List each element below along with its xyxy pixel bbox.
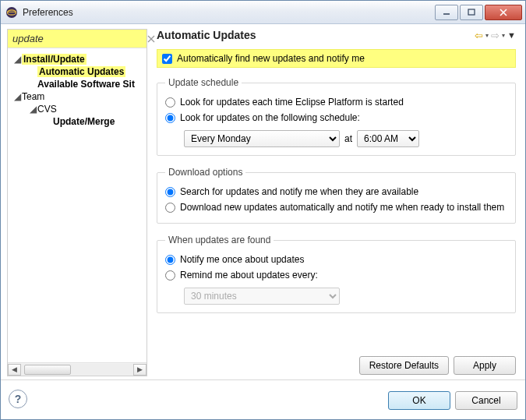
dialog-footer: ? OK Cancel [1, 379, 525, 419]
svg-rect-2 [8, 11, 16, 12]
schedule-on-startup-radio[interactable] [165, 97, 175, 108]
updates-found-group: When updates are found Notify me once ab… [157, 235, 516, 313]
tree-install-update[interactable]: ◢Install/Update [9, 53, 145, 65]
page-toolbar: ⇦▾ ⇨▾ ▼ [475, 30, 516, 41]
titlebar[interactable]: Preferences [1, 1, 525, 24]
tree-cvs[interactable]: ◢CVS [9, 103, 145, 115]
schedule-on-startup-row: Look for updates each time Eclipse Platf… [165, 94, 507, 110]
enable-auto-update-checkbox[interactable] [162, 54, 172, 64]
download-notify-label: Search for updates and notify me when th… [180, 186, 418, 197]
expand-icon[interactable]: ◢ [12, 91, 22, 102]
preferences-tree[interactable]: ◢Install/Update ◢Automatic Updates ◢Avai… [8, 48, 147, 362]
view-menu-icon[interactable]: ▼ [507, 30, 516, 40]
maximize-button[interactable] [460, 5, 483, 20]
forward-icon: ⇨ [491, 30, 500, 41]
tree-available-software[interactable]: ◢Available Software Sit [9, 78, 145, 90]
eclipse-icon [5, 6, 18, 19]
download-auto-row: Download new updates automatically and n… [165, 199, 507, 215]
svg-rect-4 [468, 9, 475, 15]
expand-icon[interactable]: ◢ [28, 104, 37, 115]
tree-team[interactable]: ◢Team [9, 90, 145, 103]
page-button-row: Restore Defaults Apply [157, 351, 516, 376]
forward-dropdown-icon[interactable]: ▾ [502, 32, 505, 39]
schedule-day-select[interactable]: Every Monday [184, 130, 340, 147]
download-auto-label: Download new updates automatically and n… [180, 202, 504, 213]
window-buttons [433, 5, 522, 20]
notify-once-label: Notify me once about updates [180, 254, 304, 265]
download-options-group: Download options Search for updates and … [157, 167, 516, 224]
remind-interval-select: 30 minutes [184, 288, 340, 305]
enable-auto-update-row: Automatically find new updates and notif… [157, 49, 516, 68]
page-title: Automatic Updates [157, 29, 475, 41]
schedule-at-label: at [344, 133, 352, 144]
expand-icon[interactable]: ◢ [12, 54, 22, 65]
notify-once-radio[interactable] [165, 255, 175, 265]
ok-button[interactable]: OK [388, 391, 450, 410]
schedule-custom-label: Look for updates on the following schedu… [180, 112, 360, 123]
download-options-legend: Download options [165, 167, 245, 178]
scroll-right-button[interactable]: ▶ [133, 364, 147, 376]
schedule-picker-row: Every Monday at 6:00 AM [165, 125, 507, 147]
remind-every-label: Remind me about updates every: [180, 270, 318, 281]
close-button[interactable] [485, 5, 522, 20]
enable-auto-update-label: Automatically find new updates and notif… [177, 53, 365, 64]
back-icon[interactable]: ⇦ [475, 30, 483, 41]
preferences-window: Preferences ◢Install/Update ◢Automatic U… [0, 0, 526, 420]
window-title: Preferences [23, 7, 433, 18]
horizontal-scrollbar[interactable]: ◀ ▶ [8, 362, 147, 376]
download-notify-row: Search for updates and notify me when th… [165, 184, 507, 199]
schedule-custom-radio[interactable] [165, 113, 175, 123]
schedule-custom-row: Look for updates on the following schedu… [165, 110, 507, 125]
cancel-button[interactable]: Cancel [455, 391, 517, 410]
schedule-on-startup-label: Look for updates each time Eclipse Platf… [180, 97, 404, 108]
right-panel: Automatic Updates ⇦▾ ⇨▾ ▼ Automatically … [152, 29, 519, 376]
tree-automatic-updates[interactable]: ◢Automatic Updates [9, 65, 145, 78]
download-auto-radio[interactable] [165, 203, 175, 213]
scroll-track[interactable] [21, 364, 133, 376]
scroll-thumb[interactable] [24, 365, 71, 375]
dialog-body: ◢Install/Update ◢Automatic Updates ◢Avai… [1, 24, 525, 419]
left-panel: ◢Install/Update ◢Automatic Updates ◢Avai… [7, 29, 147, 376]
remind-interval-row: 30 minutes [165, 283, 507, 305]
remind-every-radio[interactable] [165, 270, 175, 281]
tree-update-merge[interactable]: ◢Update/Merge [9, 115, 145, 128]
apply-button[interactable]: Apply [454, 356, 516, 375]
update-schedule-legend: Update schedule [165, 77, 242, 88]
minimize-button[interactable] [435, 5, 458, 20]
remind-every-row: Remind me about updates every: [165, 267, 507, 283]
restore-defaults-button[interactable]: Restore Defaults [359, 356, 449, 375]
help-button[interactable]: ? [9, 390, 27, 408]
updates-found-legend: When updates are found [165, 235, 274, 245]
schedule-time-select[interactable]: 6:00 AM [357, 130, 419, 147]
filter-input[interactable] [11, 31, 146, 46]
update-schedule-group: Update schedule Look for updates each ti… [157, 77, 516, 156]
notify-once-row: Notify me once about updates [165, 252, 507, 267]
page-header: Automatic Updates ⇦▾ ⇨▾ ▼ [157, 29, 516, 41]
back-dropdown-icon[interactable]: ▾ [485, 32, 489, 39]
scroll-left-button[interactable]: ◀ [8, 364, 21, 376]
filter-box[interactable] [8, 30, 147, 48]
download-notify-radio[interactable] [165, 187, 175, 197]
